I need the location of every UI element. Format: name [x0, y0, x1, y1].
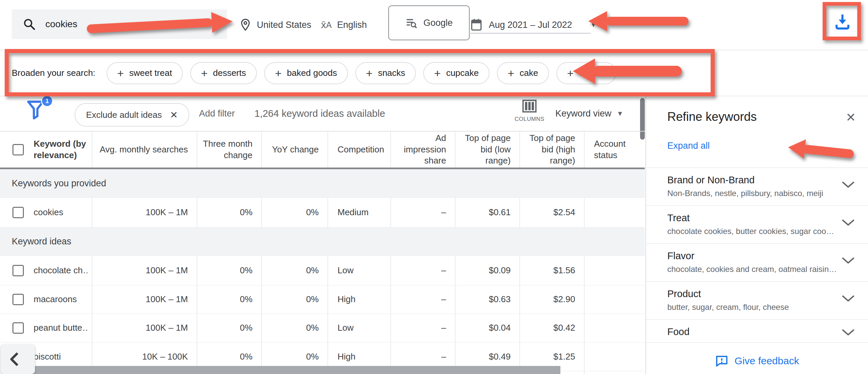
chevron-down-icon[interactable] — [841, 218, 855, 228]
select-all-checkbox[interactable] — [12, 144, 24, 156]
row-checkbox[interactable] — [12, 322, 24, 334]
close-icon[interactable]: ✕ — [846, 110, 856, 125]
keyword-view-dropdown[interactable]: Keyword view ▼ — [555, 96, 623, 131]
searches-cell: 100K – 1M — [92, 256, 197, 285]
search-network-icon — [405, 16, 418, 29]
table-horizontal-scrollbar[interactable] — [22, 366, 560, 374]
header-account-status[interactable]: Account status — [585, 132, 645, 168]
account-status-cell — [585, 314, 645, 342]
section-keyword-ideas: Keyword ideas — [0, 227, 645, 256]
scroll-left-button[interactable] — [1, 344, 35, 374]
account-status-cell — [585, 342, 645, 371]
ad-share-cell: – — [391, 198, 456, 227]
download-button[interactable] — [833, 11, 852, 32]
chevron-down-icon[interactable] — [841, 181, 855, 190]
header-keyword[interactable]: Keyword (by relevance) — [0, 132, 92, 168]
header-avg-monthly-searches[interactable]: Avg. monthly searches — [92, 132, 197, 168]
refine-keywords-panel: Refine keywords ✕ Expand all Brand or No… — [646, 96, 868, 374]
yoy-cell: 0% — [262, 314, 328, 342]
keyword-cell: cookies — [0, 198, 92, 227]
searches-cell: 100K – 1M — [92, 198, 197, 227]
broaden-label: Broaden your search: — [12, 68, 95, 78]
broaden-chip-donuts[interactable]: +donuts — [556, 62, 616, 84]
competition-cell: High — [328, 285, 391, 313]
broaden-search-bar: Broaden your search: +sweet treat +desse… — [0, 50, 868, 96]
broaden-chip-cake[interactable]: +cake — [497, 62, 549, 84]
plus-icon: + — [567, 67, 574, 79]
competition-cell: Low — [328, 314, 391, 342]
header-ad-impression-share[interactable]: Ad impression share — [391, 132, 456, 168]
broaden-chips: +sweet treat +desserts +baked goods +sna… — [106, 62, 616, 84]
exclude-adult-ideas-chip[interactable]: Exclude adult ideas ✕ — [74, 103, 189, 127]
refine-section-flavor[interactable]: Flavor chocolate, cookies and cream, oat… — [646, 243, 868, 281]
top-bar: United States x̄A English Google Aug 202… — [0, 0, 868, 50]
header-competition[interactable]: Competition — [328, 132, 391, 168]
date-range-selector[interactable]: Aug 2021 – Jul 2022 ▾ — [470, 0, 595, 50]
filter-count-badge: 1 — [41, 95, 53, 107]
three-month-cell: 0% — [197, 285, 262, 313]
plus-icon: + — [201, 67, 208, 79]
header-top-bid-high[interactable]: Top of page bid (high range) — [520, 132, 585, 168]
searches-cell: 100K – 1M — [92, 285, 197, 313]
chevron-down-icon[interactable] — [841, 257, 855, 266]
close-icon[interactable]: ✕ — [170, 109, 178, 121]
keyword-ideas-count: 1,264 keyword ideas available — [254, 96, 385, 131]
table-row: chocolate ch… 100K – 1M 0% 0% Low – $0.0… — [0, 256, 645, 285]
table-row: macaroons 100K – 1M 0% 0% High – $0.63 $… — [0, 285, 645, 313]
filter-funnel-button[interactable]: 1 — [26, 100, 45, 122]
search-input[interactable] — [45, 19, 194, 30]
keyword-cell: macaroons — [0, 285, 92, 313]
date-range-label: Aug 2021 – Jul 2022 — [489, 20, 572, 30]
row-checkbox[interactable] — [12, 265, 24, 276]
plus-icon: + — [275, 67, 282, 79]
three-month-cell: 0% — [197, 314, 262, 342]
high-bid-cell: $2.54 — [520, 198, 585, 227]
header-top-bid-low[interactable]: Top of page bid (low range) — [456, 132, 520, 168]
broaden-chip-cupcake[interactable]: +cupcake — [423, 62, 490, 84]
table-header-row: Keyword (by relevance) Avg. monthly sear… — [0, 132, 645, 169]
low-bid-cell: $0.09 — [456, 256, 520, 285]
expand-all-link[interactable]: Expand all — [667, 141, 710, 151]
download-icon — [833, 11, 852, 30]
date-range-underline — [469, 33, 591, 34]
translate-icon: x̄A — [321, 19, 332, 31]
ad-share-cell: – — [391, 256, 456, 285]
table-row: cookies 100K – 1M 0% 0% Medium – $0.61 $… — [0, 197, 645, 227]
keyword-search-box[interactable] — [12, 9, 227, 39]
chevron-down-icon[interactable] — [841, 295, 855, 304]
refine-section-brand[interactable]: Brand or Non-Brand Non-Brands, nestle, p… — [646, 168, 868, 205]
header-yoy-change[interactable]: YoY change — [262, 132, 328, 168]
location-pin-icon — [239, 18, 251, 32]
account-status-cell — [585, 256, 645, 285]
add-filter-button[interactable]: Add filter — [199, 96, 235, 131]
chevron-down-icon[interactable] — [841, 328, 855, 338]
refine-section-product[interactable]: Product butter, sugar, cream, flour, che… — [646, 281, 868, 319]
broaden-chip-sweet-treat[interactable]: +sweet treat — [106, 62, 183, 84]
keyword-cell: chocolate ch… — [0, 256, 92, 285]
chevron-down-icon: ▼ — [617, 110, 624, 117]
language-label: English — [337, 20, 367, 30]
competition-cell: Low — [328, 256, 391, 285]
columns-button[interactable]: COLUMNS — [511, 99, 548, 123]
ad-share-cell: – — [391, 314, 456, 342]
location-label: United States — [257, 20, 311, 30]
refine-section-treat[interactable]: Treat chocolate cookies, butter cookies,… — [646, 205, 868, 243]
row-checkbox[interactable] — [12, 207, 24, 218]
language-selector[interactable]: x̄A English — [321, 0, 367, 50]
three-month-cell: 0% — [197, 256, 262, 285]
broaden-chip-baked-goods[interactable]: +baked goods — [264, 62, 348, 84]
broaden-chip-desserts[interactable]: +desserts — [190, 62, 257, 84]
row-checkbox[interactable] — [12, 294, 24, 305]
header-three-month-change[interactable]: Three month change — [197, 132, 262, 168]
low-bid-cell: $0.61 — [456, 198, 520, 227]
give-feedback-link[interactable]: Give feedback — [646, 354, 868, 368]
refine-section-food[interactable]: Food — [646, 319, 868, 343]
location-selector[interactable]: United States — [239, 0, 311, 50]
refine-sections: Brand or Non-Brand Non-Brands, nestle, p… — [646, 168, 868, 343]
broaden-chip-snacks[interactable]: +snacks — [355, 62, 416, 84]
search-icon — [23, 18, 36, 31]
network-selector-button[interactable]: Google — [388, 5, 470, 40]
network-label: Google — [423, 18, 453, 28]
chevron-down-icon: ▾ — [592, 21, 595, 29]
keyword-table: Keyword (by relevance) Avg. monthly sear… — [0, 131, 645, 374]
